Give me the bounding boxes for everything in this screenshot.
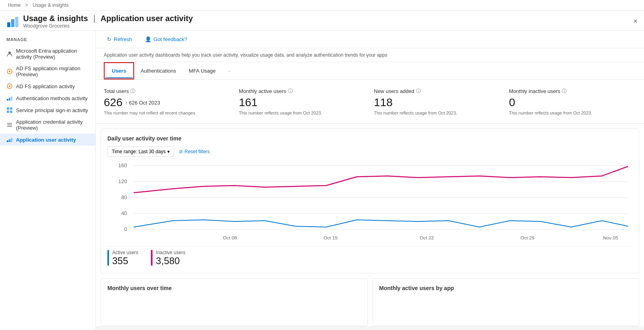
monthly-active-by-app-title: Monthly active users by app: [379, 285, 633, 291]
tab-users-wrapper: Users: [104, 62, 134, 79]
sidebar-label-service-principal: Service principal sign-in activity: [16, 107, 88, 113]
svg-rect-8: [9, 98, 10, 101]
app-logo-icon: [6, 15, 19, 28]
stat-monthly-active-label: Monthly active users ⓘ: [239, 88, 366, 95]
bottom-sections: Monthly users over time Monthly active u…: [101, 278, 639, 326]
reset-filters-label: Reset filters: [184, 149, 210, 154]
chart-title: Daily user activity over time: [107, 135, 632, 142]
inactive-users-legend-label: Inactive users: [156, 250, 185, 255]
breadcrumb: Home > Usage & insights: [0, 0, 644, 11]
chart-section: Daily user activity over time Time range…: [101, 128, 639, 273]
adfs-activity-icon: [6, 83, 13, 89]
total-users-note: This number may not reflect all recent c…: [104, 111, 231, 115]
monthly-inactive-info-icon[interactable]: ⓘ: [562, 88, 567, 95]
new-users-info-icon[interactable]: ⓘ: [416, 88, 421, 95]
svg-rect-7: [7, 99, 8, 101]
app-user-activity-icon: [6, 136, 13, 143]
total-users-info-icon[interactable]: ⓘ: [131, 88, 135, 95]
svg-rect-10: [7, 107, 9, 110]
inactive-users-legend-value: 3,580: [156, 255, 185, 267]
stat-total-users-value: 626 ↑ 626 Oct 2023: [104, 96, 231, 109]
toolbar: ↻ Refresh 👤 Got feedback?: [96, 31, 644, 48]
svg-rect-18: [9, 139, 10, 142]
tab-mfa-usage-label: MFA Usage: [189, 68, 216, 74]
feedback-button[interactable]: 👤 Got feedback?: [142, 35, 191, 44]
tab-mfa-usage[interactable]: MFA Usage: [182, 64, 222, 78]
legend-active-users: Active users 355: [107, 250, 138, 267]
svg-point-3: [8, 51, 11, 54]
svg-text:0: 0: [124, 227, 127, 232]
inactive-users-color-indicator: [151, 250, 153, 266]
tab-users[interactable]: Users: [105, 64, 133, 78]
svg-rect-2: [15, 17, 18, 27]
svg-text:80: 80: [121, 195, 127, 200]
sidebar-section-title: Manage: [0, 36, 95, 45]
stat-new-users-value: 118: [374, 96, 501, 109]
svg-text:Oct 15: Oct 15: [323, 235, 337, 240]
monthly-users-time-card: Monthly users over time: [101, 278, 368, 326]
stat-monthly-inactive-value: 0: [509, 96, 636, 109]
svg-text:Oct 08: Oct 08: [223, 235, 237, 240]
svg-rect-11: [10, 107, 12, 110]
sidebar-item-app-credential[interactable]: Application credential activity (Preview…: [0, 116, 95, 134]
time-range-chevron-icon: ▾: [167, 149, 170, 154]
breadcrumb-home[interactable]: Home: [8, 2, 21, 8]
tab-users-label: Users: [112, 68, 126, 74]
sidebar-label-app-user-activity: Application user activity: [16, 137, 76, 143]
sidebar-item-adfs-migration[interactable]: AD FS application migration (Preview): [0, 63, 95, 80]
breadcrumb-sep: >: [25, 2, 28, 8]
monthly-active-info-icon[interactable]: ⓘ: [288, 88, 293, 95]
refresh-button[interactable]: ↻ Refresh: [104, 35, 135, 44]
app-credential-icon: [6, 122, 13, 128]
time-range-label: Time range: Last 30 days: [112, 149, 166, 154]
monthly-active-note: This number reflects usage from Oct 2023…: [239, 111, 366, 115]
time-range-button[interactable]: Time range: Last 30 days ▾: [107, 146, 174, 157]
person-icon: [6, 51, 13, 57]
stat-monthly-active: Monthly active users ⓘ 161 This number r…: [239, 88, 366, 115]
stat-new-users: New users added ⓘ 118 This number reflec…: [374, 88, 501, 115]
chart-area: 160 120 80 40 0 Oct 08 Oct 15: [107, 162, 632, 241]
stat-new-users-label: New users added ⓘ: [374, 88, 501, 95]
monthly-users-time-title: Monthly users over time: [107, 285, 361, 291]
page-title: Usage & insights | Application user acti…: [23, 14, 193, 23]
service-principal-icon: [6, 107, 13, 113]
feedback-label: Got feedback?: [154, 36, 188, 42]
adfs-migration-icon: [6, 68, 13, 75]
filter-icon: ⊘: [179, 149, 183, 154]
monthly-active-by-app-card: Monthly active users by app: [373, 278, 640, 326]
sidebar-item-adfs-activity[interactable]: AD FS application activity: [0, 80, 95, 92]
stats-row: Total users ⓘ 626 ↑ 626 Oct 2023 This nu…: [96, 80, 644, 124]
chart-controls: Time range: Last 30 days ▾ ⊘ Reset filte…: [107, 146, 632, 157]
chart-svg: 160 120 80 40 0 Oct 08 Oct 15: [107, 162, 632, 241]
svg-text:Oct 22: Oct 22: [420, 235, 434, 240]
svg-rect-9: [11, 97, 12, 101]
sidebar-item-entra-app-activity[interactable]: Microsoft Entra application activity (Pr…: [0, 45, 95, 63]
sidebar-item-service-principal[interactable]: Service principal sign-in activity: [0, 104, 95, 116]
sidebar-label-adfs-migration: AD FS application migration (Preview): [16, 65, 89, 77]
close-button[interactable]: ×: [633, 17, 638, 26]
header-separator: |: [93, 14, 95, 23]
svg-text:120: 120: [118, 179, 127, 184]
auth-methods-icon: [6, 95, 13, 101]
svg-text:40: 40: [121, 211, 127, 216]
sidebar-label-auth-methods: Authentication methods activity: [16, 95, 87, 101]
breadcrumb-current[interactable]: Usage & insights: [33, 2, 69, 8]
active-users-legend-value: 355: [112, 255, 138, 267]
svg-rect-17: [7, 140, 8, 142]
stat-monthly-active-value: 161: [239, 96, 366, 109]
refresh-label: Refresh: [114, 36, 132, 42]
total-users-trend: ↑ 626 Oct 2023: [125, 100, 160, 106]
stat-total-users-label: Total users ⓘ: [104, 88, 231, 95]
reset-filters-button[interactable]: ⊘ Reset filters: [179, 149, 210, 154]
header-title-group: Usage & insights | Application user acti…: [23, 14, 193, 29]
legend-inactive-users: Inactive users 3,580: [151, 250, 185, 267]
tab-authentications[interactable]: Authentications: [134, 64, 182, 78]
svg-rect-12: [7, 111, 9, 113]
sidebar-label-adfs-activity: AD FS application activity: [16, 83, 75, 89]
sidebar: Manage Microsoft Entra application activ…: [0, 31, 96, 330]
sidebar-item-auth-methods[interactable]: Authentication methods activity: [0, 92, 95, 104]
tab-more[interactable]: ·: [222, 64, 236, 78]
org-name: Woodgrove Groceries: [23, 23, 193, 29]
tab-authentications-label: Authentications: [141, 68, 176, 74]
sidebar-item-app-user-activity[interactable]: Application user activity: [0, 134, 95, 146]
